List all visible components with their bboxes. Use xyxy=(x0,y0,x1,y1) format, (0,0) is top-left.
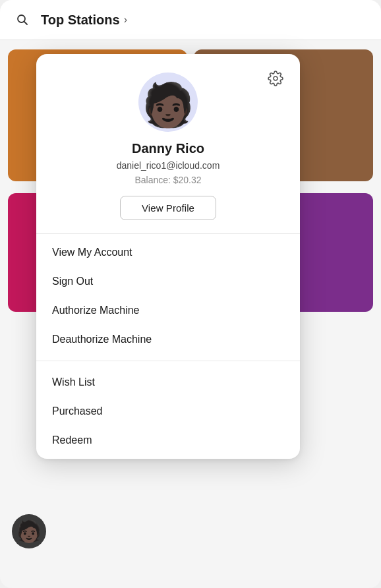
menu-item-authorize-machine[interactable]: Authorize Machine xyxy=(36,296,300,325)
user-balance: Balance: $20.32 xyxy=(134,175,201,185)
title-text: Top Stations xyxy=(41,13,120,28)
avatar: 🧑🏿 xyxy=(138,73,198,132)
chevron-right-icon: › xyxy=(124,14,127,26)
menu-item-wish-list[interactable]: Wish List xyxy=(36,368,300,397)
bottom-avatar-thumb: 🧑🏿 xyxy=(12,514,46,548)
svg-line-1 xyxy=(24,22,28,25)
menu-group-1: View My Account Sign Out Authorize Machi… xyxy=(36,234,300,358)
menu-item-redeem[interactable]: Redeem xyxy=(36,426,300,455)
section-divider-2 xyxy=(36,361,300,361)
menu-group-2: Wish List Purchased Redeem xyxy=(36,364,300,459)
menu-item-deauthorize-machine[interactable]: Deauthorize Machine xyxy=(36,325,300,354)
menu-item-view-my-account[interactable]: View My Account xyxy=(36,238,300,267)
menu-item-purchased[interactable]: Purchased xyxy=(36,397,300,426)
top-bar: Top Stations › xyxy=(0,0,381,40)
profile-dropdown: 🧑🏿 Danny Rico daniel_rico1@icloud.com Ba… xyxy=(36,54,300,459)
bottom-avatar-emoji: 🧑🏿 xyxy=(16,519,42,544)
page-title: Top Stations › xyxy=(41,13,127,28)
profile-section: 🧑🏿 Danny Rico daniel_rico1@icloud.com Ba… xyxy=(36,54,300,233)
menu-item-sign-out[interactable]: Sign Out xyxy=(36,267,300,296)
user-name: Danny Rico xyxy=(132,141,204,156)
search-button[interactable] xyxy=(12,9,33,30)
user-email: daniel_rico1@icloud.com xyxy=(117,160,220,171)
avatar-emoji: 🧑🏿 xyxy=(142,84,194,126)
settings-button[interactable] xyxy=(264,67,287,90)
view-profile-button[interactable]: View Profile xyxy=(120,196,216,220)
